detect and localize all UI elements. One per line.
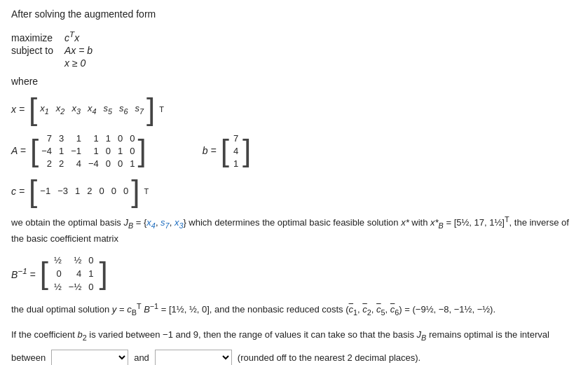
- a27: 0: [130, 146, 135, 156]
- x-cell-2: x2: [56, 103, 65, 116]
- x-vector-cells: x1 x2 x3 x4 s5 s6 s7: [37, 102, 146, 117]
- a16: 0: [118, 133, 123, 144]
- b22: 4: [69, 268, 81, 279]
- b21: 0: [54, 268, 62, 279]
- b31: ½: [54, 282, 62, 292]
- c-bracket-left: [: [29, 176, 37, 207]
- x-cell-s6: s6: [119, 103, 128, 116]
- b-vector-container: b = [ 7 4 1 ]: [203, 132, 252, 170]
- c6: 0: [111, 186, 116, 196]
- x-cell-s5: s5: [103, 103, 112, 116]
- c3: 1: [75, 186, 80, 196]
- narrative1: we obtain the optimal basis JB = {x4, s7…: [11, 214, 577, 247]
- Binv-cells: ½ ½ 0 0 4 1 ½ −½ 0: [48, 254, 100, 294]
- c-vector: [ −1 −3 1 2 0 0 0 ]: [29, 176, 139, 207]
- b-vector: [ 7 4 1 ]: [221, 132, 252, 170]
- a23: −1: [71, 146, 81, 156]
- constraint2: x ≥ 0: [64, 57, 86, 69]
- Binv-bracket-left: [: [40, 258, 48, 289]
- b33: 0: [88, 282, 93, 292]
- b13: 0: [88, 255, 93, 266]
- a25: 0: [106, 146, 111, 156]
- intro-text: After solving the augmented form: [11, 8, 577, 20]
- a17: 0: [130, 133, 135, 144]
- a33: 4: [71, 158, 81, 169]
- x-transpose: T: [159, 105, 164, 113]
- A-matrix-container: A = [ 7 3 1 1 1 0 0 −4 1 −1 1 0 1 0 2 2 …: [11, 132, 146, 170]
- b-bracket-right: ]: [242, 135, 251, 166]
- c1: −1: [40, 186, 50, 196]
- a21: −4: [41, 146, 52, 156]
- Ab-row: A = [ 7 3 1 1 1 0 0 −4 1 −1 1 0 1 0 2 2 …: [11, 132, 577, 170]
- b1: 7: [233, 133, 238, 144]
- A-label: A =: [11, 145, 26, 156]
- b12: ½: [69, 255, 81, 266]
- c2: −3: [57, 186, 68, 196]
- a24: 1: [88, 146, 99, 156]
- a36: 0: [118, 158, 123, 169]
- c7: 0: [123, 186, 128, 196]
- b-bracket-left: [: [221, 135, 229, 166]
- a35: 0: [106, 158, 111, 169]
- between-label: between: [11, 352, 46, 363]
- c4: 2: [87, 186, 92, 196]
- b-label: b =: [203, 145, 217, 156]
- a34: −4: [88, 158, 99, 169]
- maximize-label: maximize: [11, 32, 60, 43]
- b2: 4: [233, 146, 238, 156]
- a22: 1: [59, 146, 64, 156]
- Binv-bracket-right: ]: [99, 258, 107, 289]
- a15: 1: [106, 133, 111, 144]
- c-cells: −1 −3 1 2 0 0 0: [37, 184, 131, 198]
- x-label: x =: [11, 104, 25, 115]
- b-cells: 7 4 1: [229, 132, 242, 170]
- x-cell-1: x1: [40, 103, 49, 116]
- b3: 1: [233, 158, 238, 169]
- B-inverse-row: B−1 = [ ½ ½ 0 0 4 1 ½ −½ 0 ]: [11, 254, 577, 294]
- A-bracket-left: [: [30, 135, 39, 166]
- A-matrix: [ 7 3 1 1 1 0 0 −4 1 −1 1 0 1 0 2 2 4 −4: [30, 132, 146, 170]
- c-transpose: T: [144, 187, 149, 195]
- x-vector-row: x = [ x1 x2 x3 x4 s5 s6 s7 ] T: [11, 94, 577, 125]
- x-cell-3: x3: [71, 103, 81, 116]
- c5: 0: [99, 186, 104, 196]
- subject-to-label: subject to: [11, 45, 60, 56]
- x-cell-s7: s7: [135, 103, 144, 116]
- rounded-note: (rounded off to the nearest 2 decimal pl…: [238, 352, 421, 363]
- between-line: between and (rounded off to the nearest …: [11, 350, 577, 365]
- dual-line: the dual optimal solution y = cBT B−1 = …: [11, 301, 577, 319]
- a13: 1: [71, 133, 81, 144]
- lp-problem: maximize cTx subject to Ax = b x ≥ 0: [11, 29, 577, 69]
- and-label: and: [134, 352, 149, 363]
- a11: 7: [41, 133, 52, 144]
- A-cells: 7 3 1 1 1 0 0 −4 1 −1 1 0 1 0 2 2 4 −4 0…: [39, 132, 137, 170]
- x-vector-matrix: [ x1 x2 x3 x4 s5 s6 s7 ]: [29, 94, 155, 125]
- c-bracket-right: ]: [131, 176, 139, 207]
- where-label: where: [11, 76, 577, 87]
- range-line: If the coefficient b2 is varied between …: [11, 327, 577, 344]
- B-inverse-label: B−1 =: [11, 266, 36, 280]
- B-inverse-matrix: [ ½ ½ 0 0 4 1 ½ −½ 0 ]: [40, 254, 108, 294]
- c-vector-row: c = [ −1 −3 1 2 0 0 0 ] T: [11, 176, 577, 207]
- b11: ½: [54, 255, 62, 266]
- a12: 3: [59, 133, 64, 144]
- lower-bound-dropdown[interactable]: [51, 350, 128, 365]
- b32: −½: [69, 282, 81, 292]
- a26: 1: [118, 146, 123, 156]
- a32: 2: [59, 158, 64, 169]
- a37: 1: [130, 158, 135, 169]
- c-label: c =: [11, 186, 25, 197]
- x-bracket-right: ]: [146, 94, 155, 125]
- x-cell-4: x4: [88, 103, 97, 116]
- x-bracket-left: [: [29, 94, 37, 125]
- upper-bound-dropdown[interactable]: [155, 350, 232, 365]
- maximize-expr: cTx: [64, 29, 79, 43]
- a31: 2: [41, 158, 52, 169]
- b23: 1: [88, 268, 93, 279]
- A-bracket-right: ]: [138, 135, 146, 166]
- a14: 1: [88, 133, 99, 144]
- constraint1: Ax = b: [64, 45, 93, 56]
